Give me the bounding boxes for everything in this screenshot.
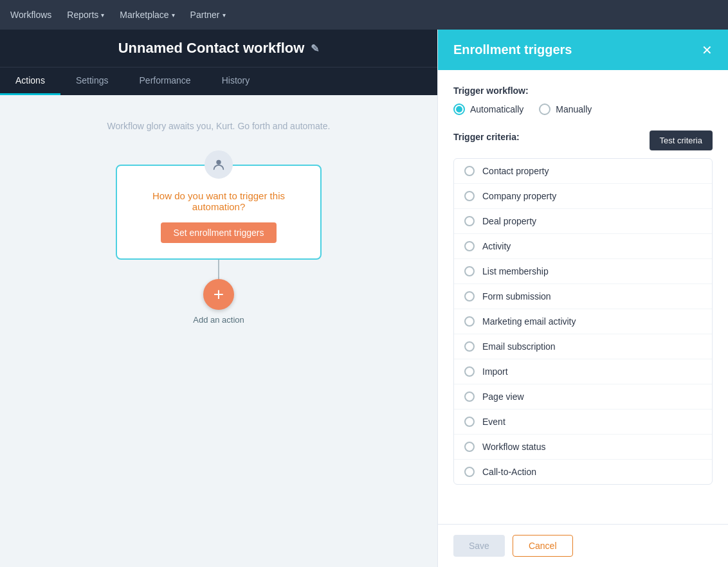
add-action-button[interactable]: + [203,279,234,310]
criteria-radio-contact-property [464,166,475,176]
criteria-radio-page-view [464,392,475,402]
criteria-radio-company-property [464,191,475,201]
tab-history[interactable]: History [206,68,266,95]
set-enrollment-triggers-button[interactable]: Set enrollment triggers [161,222,277,243]
criteria-item-deal-property[interactable]: Deal property [454,209,712,234]
criteria-item-marketing-email[interactable]: Marketing email activity [454,309,712,334]
criteria-radio-form-submission [464,291,475,302]
criteria-label-call-to-action: Call-to-Action [482,467,536,477]
trigger-workflow-label: Trigger workflow: [453,86,713,96]
criteria-radio-activity [464,241,475,251]
criteria-radio-event [464,417,475,427]
criteria-radio-workflow-status [464,442,475,452]
trigger-box: How do you want to trigger this automati… [116,165,322,260]
criteria-list: Contact property Company property Deal p… [453,158,713,485]
nav-reports[interactable]: Reports [67,10,104,20]
criteria-header: Trigger criteria: Test criteria [453,130,713,150]
criteria-label-company-property: Company property [482,191,556,201]
workflow-title-text: Unnamed Contact workflow [118,40,305,57]
criteria-label-activity: Activity [482,241,511,251]
panel-title: Enrollment triggers [453,42,572,57]
edit-title-icon[interactable]: ✎ [311,42,319,55]
criteria-radio-marketing-email [464,316,475,327]
trigger-radio-group: Automatically Manually [453,104,713,115]
radio-manually-label: Manually [556,104,592,114]
criteria-label-marketing-email: Marketing email activity [482,316,576,327]
tab-actions[interactable]: Actions [0,68,60,95]
trigger-workflow-section: Trigger workflow: Automatically Manually [453,86,713,115]
add-action-container: + Add an action [193,279,244,325]
criteria-item-activity[interactable]: Activity [454,234,712,259]
test-criteria-button[interactable]: Test criteria [650,130,713,150]
workflow-header: Unnamed Contact workflow ✎ Actions Setti… [0,30,437,95]
workflow-canvas: Workflow glory awaits you, Kurt. Go fort… [0,95,437,567]
panel-footer: Save Cancel [438,524,728,567]
left-panel: Unnamed Contact workflow ✎ Actions Setti… [0,30,437,567]
criteria-item-call-to-action[interactable]: Call-to-Action [454,460,712,484]
tab-performance[interactable]: Performance [124,68,206,95]
tab-settings[interactable]: Settings [60,68,124,95]
canvas-subtitle: Workflow glory awaits you, Kurt. Go fort… [107,121,331,131]
workflow-tabs: Actions Settings Performance History [0,67,437,95]
trigger-container: How do you want to trigger this automati… [116,150,322,325]
trigger-criteria-section: Trigger criteria: Test criteria Contact … [453,130,713,485]
enrollment-triggers-panel: Enrollment triggers ✕ Trigger workflow: … [437,30,728,567]
panel-header: Enrollment triggers ✕ [438,30,728,70]
criteria-radio-call-to-action [464,467,475,477]
add-action-label: Add an action [193,315,244,325]
criteria-radio-import [464,366,475,377]
connector-line [218,260,219,279]
criteria-item-import[interactable]: Import [454,359,712,384]
criteria-item-page-view[interactable]: Page view [454,384,712,410]
person-avatar [205,150,233,179]
trigger-question: How do you want to trigger this automati… [132,190,305,212]
criteria-radio-email-subscription [464,341,475,352]
criteria-label-contact-property: Contact property [482,166,549,176]
criteria-radio-list-membership [464,266,475,276]
nav-partner[interactable]: Partner [190,10,226,20]
criteria-item-company-property[interactable]: Company property [454,184,712,209]
criteria-item-workflow-status[interactable]: Workflow status [454,435,712,460]
trigger-criteria-label: Trigger criteria: [453,132,520,142]
criteria-label-workflow-status: Workflow status [482,442,546,452]
save-button[interactable]: Save [453,535,505,557]
criteria-item-list-membership[interactable]: List membership [454,259,712,284]
criteria-item-email-subscription[interactable]: Email subscription [454,334,712,359]
radio-automatically-circle [453,104,465,115]
top-nav: Workflows Reports Marketplace Partner [0,0,728,30]
panel-body: Trigger workflow: Automatically Manually… [438,70,728,524]
nav-marketplace[interactable]: Marketplace [120,10,174,20]
criteria-label-deal-property: Deal property [482,216,536,226]
nav-workflows[interactable]: Workflows [10,10,51,20]
radio-automatically[interactable]: Automatically [453,104,523,115]
criteria-radio-deal-property [464,216,475,226]
workflow-title-area: Unnamed Contact workflow ✎ [118,40,320,57]
criteria-label-list-membership: List membership [482,266,549,276]
criteria-label-import: Import [482,366,508,377]
criteria-label-event: Event [482,417,505,427]
criteria-item-form-submission[interactable]: Form submission [454,284,712,309]
cancel-button[interactable]: Cancel [513,535,573,557]
criteria-label-page-view: Page view [482,392,524,402]
main-area: Unnamed Contact workflow ✎ Actions Setti… [0,30,728,567]
criteria-label-form-submission: Form submission [482,291,551,302]
radio-manually[interactable]: Manually [539,104,592,115]
criteria-label-email-subscription: Email subscription [482,341,556,352]
svg-point-0 [216,160,221,165]
criteria-item-event[interactable]: Event [454,410,712,435]
criteria-item-contact-property[interactable]: Contact property [454,159,712,184]
radio-automatically-label: Automatically [470,104,523,114]
radio-manually-circle [539,104,551,115]
close-panel-button[interactable]: ✕ [702,44,713,57]
